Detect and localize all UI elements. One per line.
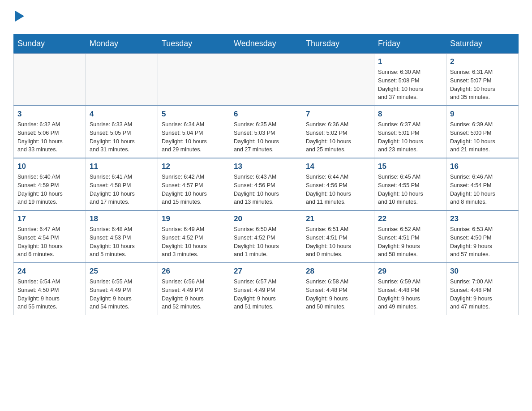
day-info: Sunrise: 6:48 AM Sunset: 4:53 PM Dayligh…: [90, 225, 154, 259]
day-info: Sunrise: 6:30 AM Sunset: 5:08 PM Dayligh…: [378, 68, 442, 102]
calendar-cell: 18Sunrise: 6:48 AM Sunset: 4:53 PM Dayli…: [86, 210, 158, 263]
day-number: 8: [378, 110, 442, 119]
calendar-cell: 6Sunrise: 6:35 AM Sunset: 5:03 PM Daylig…: [230, 106, 302, 158]
day-number: 5: [162, 110, 226, 119]
calendar-cell: 4Sunrise: 6:33 AM Sunset: 5:05 PM Daylig…: [86, 106, 158, 158]
day-info: Sunrise: 7:00 AM Sunset: 4:48 PM Dayligh…: [450, 278, 515, 311]
day-info: Sunrise: 6:34 AM Sunset: 5:04 PM Dayligh…: [162, 120, 226, 154]
day-number: 22: [378, 214, 442, 223]
day-number: 1: [378, 57, 442, 66]
day-info: Sunrise: 6:56 AM Sunset: 4:49 PM Dayligh…: [162, 278, 226, 311]
calendar-cell: 29Sunrise: 6:59 AM Sunset: 4:48 PM Dayli…: [374, 263, 446, 315]
calendar-cell: 9Sunrise: 6:39 AM Sunset: 5:00 PM Daylig…: [446, 106, 519, 158]
day-number: 13: [234, 162, 298, 171]
day-info: Sunrise: 6:33 AM Sunset: 5:05 PM Dayligh…: [90, 120, 154, 154]
calendar-cell: 30Sunrise: 7:00 AM Sunset: 4:48 PM Dayli…: [446, 263, 519, 315]
calendar-cell: 24Sunrise: 6:54 AM Sunset: 4:50 PM Dayli…: [14, 263, 86, 315]
day-number: 15: [378, 162, 442, 171]
day-info: Sunrise: 6:42 AM Sunset: 4:57 PM Dayligh…: [162, 173, 226, 206]
day-info: Sunrise: 6:32 AM Sunset: 5:06 PM Dayligh…: [17, 120, 82, 154]
day-info: Sunrise: 6:45 AM Sunset: 4:55 PM Dayligh…: [378, 173, 442, 206]
calendar-cell: 7Sunrise: 6:36 AM Sunset: 5:02 PM Daylig…: [302, 106, 374, 158]
day-number: 11: [90, 162, 154, 171]
day-info: Sunrise: 6:43 AM Sunset: 4:56 PM Dayligh…: [234, 173, 298, 206]
calendar-cell: 2Sunrise: 6:31 AM Sunset: 5:07 PM Daylig…: [446, 53, 519, 106]
day-number: 24: [17, 267, 82, 276]
weekday-header-wednesday: Wednesday: [230, 34, 302, 54]
calendar-cell: 11Sunrise: 6:41 AM Sunset: 4:58 PM Dayli…: [86, 158, 158, 210]
weekday-header-saturday: Saturday: [446, 34, 519, 54]
day-number: 16: [450, 162, 515, 171]
day-info: Sunrise: 6:31 AM Sunset: 5:07 PM Dayligh…: [450, 68, 515, 102]
day-info: Sunrise: 6:51 AM Sunset: 4:51 PM Dayligh…: [306, 225, 370, 259]
calendar-cell: [302, 53, 374, 106]
day-info: Sunrise: 6:44 AM Sunset: 4:56 PM Dayligh…: [306, 173, 370, 206]
logo-triangle-icon: [13, 9, 26, 23]
calendar-cell: 12Sunrise: 6:42 AM Sunset: 4:57 PM Dayli…: [158, 158, 230, 210]
calendar-cell: 26Sunrise: 6:56 AM Sunset: 4:49 PM Dayli…: [158, 263, 230, 315]
calendar-cell: 16Sunrise: 6:46 AM Sunset: 4:54 PM Dayli…: [446, 158, 519, 210]
calendar-row-3: 17Sunrise: 6:47 AM Sunset: 4:54 PM Dayli…: [14, 210, 519, 263]
day-number: 17: [17, 214, 82, 223]
day-number: 27: [234, 267, 298, 276]
day-number: 29: [378, 267, 442, 276]
day-number: 14: [306, 162, 370, 171]
day-number: 12: [162, 162, 226, 171]
day-number: 18: [90, 214, 154, 223]
calendar-cell: 13Sunrise: 6:43 AM Sunset: 4:56 PM Dayli…: [230, 158, 302, 210]
day-number: 20: [234, 214, 298, 223]
weekday-header-row: SundayMondayTuesdayWednesdayThursdayFrid…: [14, 34, 519, 54]
calendar-cell: 10Sunrise: 6:40 AM Sunset: 4:59 PM Dayli…: [14, 158, 86, 210]
calendar-cell: [230, 53, 302, 106]
day-info: Sunrise: 6:55 AM Sunset: 4:49 PM Dayligh…: [90, 278, 154, 311]
day-number: 19: [162, 214, 226, 223]
day-info: Sunrise: 6:37 AM Sunset: 5:01 PM Dayligh…: [378, 120, 442, 154]
day-number: 23: [450, 214, 515, 223]
day-number: 2: [450, 57, 515, 66]
calendar-cell: 22Sunrise: 6:52 AM Sunset: 4:51 PM Dayli…: [374, 210, 446, 263]
day-number: 7: [306, 110, 370, 119]
day-number: 28: [306, 267, 370, 276]
day-number: 10: [17, 162, 82, 171]
day-number: 21: [306, 214, 370, 223]
day-info: Sunrise: 6:52 AM Sunset: 4:51 PM Dayligh…: [378, 225, 442, 259]
logo: [13, 9, 26, 25]
calendar-cell: [14, 53, 86, 106]
calendar-cell: 25Sunrise: 6:55 AM Sunset: 4:49 PM Dayli…: [86, 263, 158, 315]
day-info: Sunrise: 6:57 AM Sunset: 4:49 PM Dayligh…: [234, 278, 298, 311]
day-number: 25: [90, 267, 154, 276]
day-info: Sunrise: 6:59 AM Sunset: 4:48 PM Dayligh…: [378, 278, 442, 311]
calendar-row-4: 24Sunrise: 6:54 AM Sunset: 4:50 PM Dayli…: [14, 263, 519, 315]
calendar-cell: 27Sunrise: 6:57 AM Sunset: 4:49 PM Dayli…: [230, 263, 302, 315]
day-info: Sunrise: 6:53 AM Sunset: 4:50 PM Dayligh…: [450, 225, 515, 259]
day-number: 9: [450, 110, 515, 119]
day-info: Sunrise: 6:50 AM Sunset: 4:52 PM Dayligh…: [234, 225, 298, 259]
page-header: [13, 9, 519, 25]
calendar-row-0: 1Sunrise: 6:30 AM Sunset: 5:08 PM Daylig…: [14, 53, 519, 106]
weekday-header-monday: Monday: [86, 34, 158, 54]
day-number: 3: [17, 110, 82, 119]
calendar-cell: 15Sunrise: 6:45 AM Sunset: 4:55 PM Dayli…: [374, 158, 446, 210]
day-info: Sunrise: 6:40 AM Sunset: 4:59 PM Dayligh…: [17, 173, 82, 206]
calendar-cell: 5Sunrise: 6:34 AM Sunset: 5:04 PM Daylig…: [158, 106, 230, 158]
calendar-cell: 21Sunrise: 6:51 AM Sunset: 4:51 PM Dayli…: [302, 210, 374, 263]
day-number: 30: [450, 267, 515, 276]
calendar-cell: 28Sunrise: 6:58 AM Sunset: 4:48 PM Dayli…: [302, 263, 374, 315]
weekday-header-friday: Friday: [374, 34, 446, 54]
day-info: Sunrise: 6:41 AM Sunset: 4:58 PM Dayligh…: [90, 173, 154, 206]
day-info: Sunrise: 6:35 AM Sunset: 5:03 PM Dayligh…: [234, 120, 298, 154]
calendar-cell: 17Sunrise: 6:47 AM Sunset: 4:54 PM Dayli…: [14, 210, 86, 263]
calendar-table: SundayMondayTuesdayWednesdayThursdayFrid…: [13, 34, 519, 315]
calendar-row-1: 3Sunrise: 6:32 AM Sunset: 5:06 PM Daylig…: [14, 106, 519, 158]
weekday-header-tuesday: Tuesday: [158, 34, 230, 54]
day-info: Sunrise: 6:46 AM Sunset: 4:54 PM Dayligh…: [450, 173, 515, 206]
day-number: 6: [234, 110, 298, 119]
calendar-cell: [158, 53, 230, 106]
calendar-row-2: 10Sunrise: 6:40 AM Sunset: 4:59 PM Dayli…: [14, 158, 519, 210]
calendar-cell: 14Sunrise: 6:44 AM Sunset: 4:56 PM Dayli…: [302, 158, 374, 210]
calendar-cell: 20Sunrise: 6:50 AM Sunset: 4:52 PM Dayli…: [230, 210, 302, 263]
day-number: 26: [162, 267, 226, 276]
day-number: 4: [90, 110, 154, 119]
calendar-cell: 1Sunrise: 6:30 AM Sunset: 5:08 PM Daylig…: [374, 53, 446, 106]
day-info: Sunrise: 6:49 AM Sunset: 4:52 PM Dayligh…: [162, 225, 226, 259]
